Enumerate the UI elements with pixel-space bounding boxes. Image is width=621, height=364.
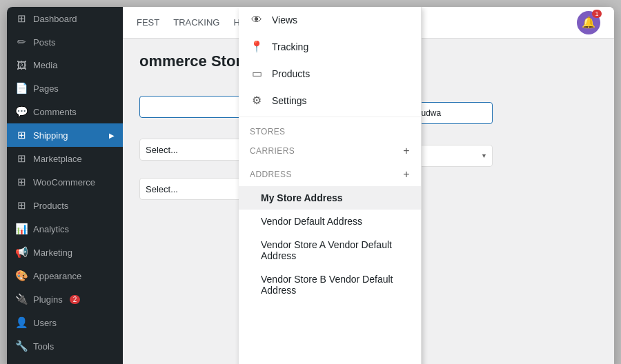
topbar-link-fest[interactable]: FEST <box>137 17 159 28</box>
flyout-divider-1 <box>239 117 421 117</box>
dimensions-type-select[interactable]: Select... <box>139 139 250 161</box>
marketing-icon: 📢 <box>15 246 28 259</box>
sidebar-item-posts[interactable]: ✏ Posts <box>7 30 123 54</box>
carriers-group-header: Carriers + <box>239 139 421 163</box>
sidebar-item-dashboard[interactable]: ⊞ Dashboard <box>7 7 123 30</box>
main-window: ⊞ Dashboard ✏ Posts 🖼 Media 📄 Pages 💬 Co… <box>7 7 614 364</box>
flyout-sub-item-my-store-address[interactable]: My Store Address <box>239 186 421 210</box>
products-flyout-icon: ▭ <box>250 67 264 80</box>
sidebar-item-woocommerce[interactable]: ⊞ WooCommerce <box>7 170 123 194</box>
views-icon: 👁 <box>250 14 264 26</box>
settings-icon: ⚙ <box>250 94 264 107</box>
plugins-icon: 🔌 <box>15 293 28 305</box>
flyout-sub-item-vendor-default-address[interactable]: Vendor Default Address <box>239 210 421 233</box>
marketplace-icon: ⊞ <box>15 152 28 165</box>
sidebar-item-marketplace[interactable]: ⊞ Marketplace <box>7 147 123 170</box>
stores-section-label: Stores <box>239 120 421 139</box>
woocommerce-icon: ⊞ <box>15 176 28 188</box>
extra-select[interactable]: Select... <box>139 178 250 200</box>
sidebar-item-pages[interactable]: 📄 Pages <box>7 77 123 100</box>
flyout-sub-item-vendor-store-b[interactable]: Vendor Store B Vendor Default Address <box>239 267 421 302</box>
flyout-item-tracking[interactable]: 📍 Tracking <box>239 33 421 60</box>
sidebar-item-comments[interactable]: 💬 Comments <box>7 100 123 123</box>
address-group-header: Address + <box>239 163 421 186</box>
sidebar-item-tools[interactable]: 🔧 Tools <box>7 334 123 358</box>
tracking-icon: 📍 <box>250 40 264 53</box>
sidebar: ⊞ Dashboard ✏ Posts 🖼 Media 📄 Pages 💬 Co… <box>7 7 123 364</box>
pages-icon: 📄 <box>15 82 28 94</box>
tools-icon: 🔧 <box>15 340 28 352</box>
flyout-item-settings[interactable]: ⚙ Settings <box>239 87 421 114</box>
comments-icon: 💬 <box>15 105 28 118</box>
plugins-badge: 2 <box>70 295 81 304</box>
topbar-link-tracking[interactable]: TRACKING <box>173 17 219 28</box>
sidebar-item-products[interactable]: ⊞ Products <box>7 194 123 217</box>
sidebar-item-media[interactable]: 🖼 Media <box>7 54 123 77</box>
shipping-icon: ⊞ <box>15 129 28 141</box>
flyout-item-products[interactable]: ▭ Products <box>239 60 421 87</box>
media-icon: 🖼 <box>15 59 28 71</box>
products-icon: ⊞ <box>15 199 28 212</box>
sidebar-item-shipping[interactable]: ⊞ Shipping ▶ <box>7 123 123 147</box>
store-url-input[interactable] <box>139 96 250 118</box>
notification-bell[interactable]: 🔔 1 <box>577 11 600 34</box>
bell-icon: 🔔 <box>582 16 595 29</box>
users-icon: 👤 <box>15 316 28 329</box>
flyout-menu: 👁 Views 📍 Tracking ▭ Products ⚙ Settings <box>239 7 422 364</box>
sidebar-item-plugins[interactable]: 🔌 Plugins 2 <box>7 287 123 311</box>
posts-icon: ✏ <box>15 36 28 48</box>
carriers-add-button[interactable]: + <box>403 145 410 157</box>
flyout-sub-item-vendor-store-a[interactable]: Vendor Store A Vendor Default Address <box>239 233 421 267</box>
main-content: FEST TRACKING HELP 🔔 1 ommerce Store Sto… <box>123 7 614 364</box>
app-layout: ⊞ Dashboard ✏ Posts 🖼 Media 📄 Pages 💬 Co… <box>7 7 614 364</box>
sidebar-item-analytics[interactable]: 📊 Analytics <box>7 217 123 241</box>
sidebar-item-marketing[interactable]: 📢 Marketing <box>7 241 123 264</box>
address-add-button[interactable]: + <box>403 168 410 181</box>
analytics-icon: 📊 <box>15 223 28 235</box>
sidebar-item-appearance[interactable]: 🎨 Appearance <box>7 264 123 287</box>
sidebar-item-users[interactable]: 👤 Users <box>7 311 123 334</box>
dashboard-icon: ⊞ <box>15 12 28 25</box>
appearance-icon: 🎨 <box>15 270 28 282</box>
notification-badge: 1 <box>592 10 602 18</box>
flyout-item-views[interactable]: 👁 Views <box>239 7 421 33</box>
